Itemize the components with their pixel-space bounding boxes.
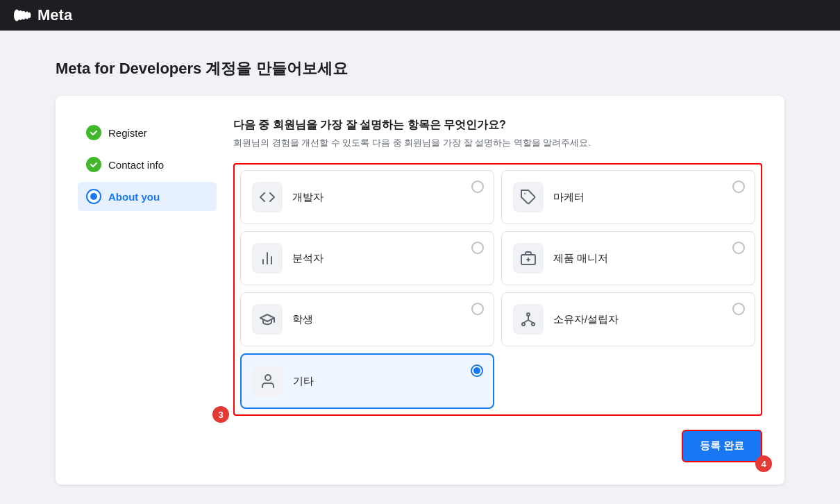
- option-developer[interactable]: 개발자: [240, 170, 494, 224]
- owner-icon: [513, 304, 544, 335]
- about-active-icon: [86, 189, 101, 204]
- student-label: 학생: [292, 313, 482, 326]
- main-content: 다음 중 회원님을 가장 잘 설명하는 항목은 무엇인가요? 회원님의 경험을 …: [233, 118, 762, 462]
- sidebar-item-register[interactable]: Register: [78, 118, 217, 147]
- developer-icon: [252, 182, 283, 212]
- annotation-3: 3: [212, 406, 229, 423]
- svg-line-11: [523, 320, 528, 323]
- submit-button[interactable]: 등록 완료: [682, 430, 762, 462]
- sidebar-item-about[interactable]: About you: [78, 182, 217, 211]
- bottom-row: 등록 완료 4: [233, 430, 762, 462]
- section-desc: 회원님의 경험을 개선할 수 있도록 다음 중 회원님을 가장 잘 설명하는 역…: [233, 137, 762, 149]
- options-wrapper: 개발자 마케터: [233, 163, 762, 416]
- register-check-icon: [86, 125, 101, 140]
- svg-line-12: [528, 320, 533, 323]
- page-wrapper: Meta for Developers 계정을 만들어보세요 Register …: [0, 31, 840, 504]
- analyst-icon: [252, 243, 283, 274]
- sidebar-item-contact[interactable]: Contact info: [78, 150, 217, 179]
- about-label: About you: [108, 191, 160, 203]
- svg-point-13: [265, 375, 271, 380]
- owner-radio: [732, 303, 745, 315]
- other-label: 기타: [293, 375, 482, 388]
- sidebar: Register Contact info About you: [78, 118, 217, 462]
- analyst-label: 분석자: [292, 252, 482, 265]
- developer-radio: [471, 180, 484, 193]
- student-icon: [252, 304, 283, 335]
- contact-label: Contact info: [108, 159, 164, 171]
- other-icon: [253, 366, 283, 396]
- owner-label: 소유자/설립자: [553, 313, 744, 326]
- meta-logo: Meta: [14, 6, 72, 24]
- register-label: Register: [108, 127, 147, 139]
- options-grid: 개발자 마케터: [233, 163, 762, 416]
- annotation-4: 4: [755, 455, 772, 472]
- option-analyst[interactable]: 분석자: [240, 231, 494, 285]
- topbar: Meta: [0, 0, 840, 31]
- product-label: 제품 매니저: [553, 252, 744, 265]
- marketer-label: 마케터: [553, 191, 744, 204]
- marketer-icon: [513, 182, 544, 212]
- product-icon: [513, 243, 544, 274]
- option-owner[interactable]: 소유자/설립자: [501, 292, 755, 346]
- option-other[interactable]: 기타: [240, 353, 494, 409]
- student-radio: [471, 303, 484, 315]
- page-title: Meta for Developers 계정을 만들어보세요: [56, 58, 784, 79]
- other-radio: [471, 364, 483, 377]
- option-marketer[interactable]: 마케터: [501, 170, 755, 224]
- product-radio: [732, 242, 745, 254]
- option-product[interactable]: 제품 매니저: [501, 231, 755, 285]
- contact-check-icon: [86, 157, 101, 172]
- developer-label: 개발자: [292, 191, 482, 204]
- analyst-radio: [471, 242, 484, 254]
- marketer-radio: [732, 180, 745, 193]
- content-area: Register Contact info About you 다음 중 회원님…: [56, 96, 784, 485]
- option-student[interactable]: 학생: [240, 292, 494, 346]
- section-question: 다음 중 회원님을 가장 잘 설명하는 항목은 무엇인가요?: [233, 118, 762, 133]
